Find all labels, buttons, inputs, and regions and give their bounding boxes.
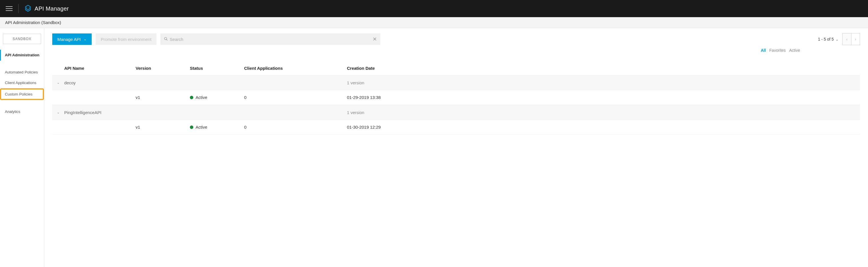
api-name: PingIntelligenceAPI [64, 110, 135, 115]
clear-search-icon[interactable]: ✕ [373, 36, 377, 42]
main-content: Manage API ⌄ Promote from environment ✕ … [44, 28, 868, 267]
col-api-name: API Name [64, 66, 135, 71]
search-icon [164, 37, 168, 42]
pagination: 1 - 5 of 5 ⌄ ‹ › [818, 33, 860, 45]
versions-note: 1 version [347, 110, 860, 115]
versions-note: 1 version [347, 80, 860, 85]
cell-version: v1 [135, 125, 190, 130]
promote-button[interactable]: Promote from environment [96, 33, 157, 45]
search-input[interactable] [169, 37, 373, 42]
filter-favorites[interactable]: Favorites [769, 48, 786, 53]
expand-toggle-icon[interactable]: ⌄ [52, 110, 64, 114]
hamburger-menu-icon[interactable] [6, 5, 12, 12]
col-clients: Client Applications [244, 66, 347, 71]
col-status: Status [190, 66, 244, 71]
next-page-button[interactable]: › [851, 33, 860, 45]
sidebar-item-api-administration[interactable]: API Administration [0, 50, 44, 61]
prev-page-button[interactable]: ‹ [843, 33, 851, 45]
col-version: Version [135, 66, 190, 71]
breadcrumb: API Administration (Sandbox) [5, 20, 61, 25]
cell-created: 01-30-2019 12:29 [347, 125, 860, 130]
api-name: decoy [64, 80, 135, 85]
col-created: Creation Date [347, 66, 860, 71]
chevron-left-icon: ‹ [846, 37, 848, 42]
cell-clients: 0 [244, 95, 347, 100]
sidebar-item-client-applications[interactable]: Client Applications [0, 78, 44, 88]
chevron-right-icon: › [855, 37, 856, 42]
cell-created: 01-29-2019 13:38 [347, 95, 860, 100]
chevron-down-icon: ⌄ [84, 37, 87, 41]
mulesoft-logo-icon [24, 5, 32, 13]
cell-version: v1 [135, 95, 190, 100]
top-header: API Manager [0, 0, 868, 17]
toolbar: Manage API ⌄ Promote from environment ✕ … [52, 33, 860, 45]
chevron-down-icon: ⌄ [836, 38, 838, 41]
filter-all[interactable]: All [761, 48, 766, 53]
search-box[interactable]: ✕ [160, 33, 380, 45]
manage-api-button[interactable]: Manage API ⌄ [52, 33, 92, 45]
paging-range[interactable]: 1 - 5 of 5 ⌄ [818, 37, 838, 42]
breadcrumb-bar: API Administration (Sandbox) [0, 17, 868, 28]
app-title: API Manager [35, 5, 69, 12]
sidebar-item-analytics[interactable]: Analytics [0, 106, 44, 117]
environment-chip[interactable]: SANDBOX [3, 34, 41, 44]
cell-status: Active [190, 95, 244, 100]
app-logo-wrap[interactable]: API Manager [24, 5, 69, 13]
header-divider [18, 4, 19, 13]
pager-buttons: ‹ › [842, 33, 860, 45]
table-row[interactable]: v1 Active 0 01-30-2019 12:29 [52, 120, 860, 135]
svg-point-0 [164, 37, 167, 39]
manage-api-label: Manage API [57, 37, 81, 42]
table-group-row[interactable]: ⌄ PingIntelligenceAPI 1 version [52, 105, 860, 120]
filter-active[interactable]: Active [789, 48, 800, 53]
status-dot-icon [190, 126, 193, 129]
svg-line-1 [166, 39, 167, 40]
sidebar-item-custom-policies[interactable]: Custom Policies [1, 89, 43, 100]
table-row[interactable]: v1 Active 0 01-29-2019 13:38 [52, 90, 860, 105]
sidebar: SANDBOX API Administration Automated Pol… [0, 28, 44, 267]
table-group-row[interactable]: ⌄ decoy 1 version [52, 75, 860, 90]
table-header: API Name Version Status Client Applicati… [52, 62, 860, 75]
cell-clients: 0 [244, 125, 347, 130]
cell-status: Active [190, 125, 244, 130]
filter-tabs: All Favorites Active [52, 48, 860, 53]
api-table: API Name Version Status Client Applicati… [52, 62, 860, 135]
sidebar-item-automated-policies[interactable]: Automated Policies [0, 67, 44, 78]
expand-toggle-icon[interactable]: ⌄ [52, 81, 64, 85]
status-dot-icon [190, 96, 193, 99]
